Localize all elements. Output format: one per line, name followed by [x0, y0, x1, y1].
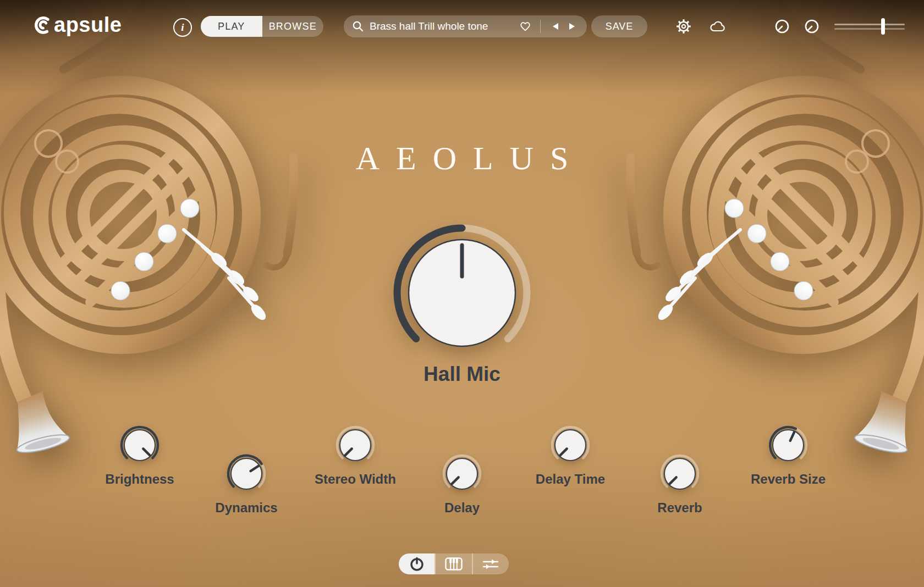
reverb-knob[interactable] [658, 452, 702, 496]
knob-a-icon[interactable] [774, 19, 790, 34]
volume-track-top [834, 24, 905, 25]
reverb-size-label: Reverb Size [722, 472, 854, 487]
tab-browse[interactable]: BROWSE [262, 16, 324, 37]
next-preset-button[interactable] [566, 20, 578, 32]
info-button[interactable]: i [173, 18, 192, 37]
knob-power-icon [409, 556, 425, 572]
prev-preset-button[interactable] [549, 20, 562, 32]
favorite-heart-icon[interactable] [519, 20, 531, 32]
reverb-size-knob[interactable] [766, 423, 810, 467]
french-horn-left-image [0, 0, 317, 470]
sliders-icon [482, 558, 499, 570]
tab-play[interactable]: PLAY [201, 16, 262, 37]
cloud-icon[interactable] [709, 19, 727, 34]
footer-instrument-button[interactable] [399, 553, 435, 574]
brightness-label: Brightness [74, 472, 206, 487]
reverb-label: Reverb [614, 500, 746, 516]
volume-slider[interactable] [834, 15, 905, 37]
preset-search-bar[interactable]: Brass hall Trill whole tone [344, 15, 587, 37]
logo-text: apsule [54, 13, 122, 37]
delay-time-knob[interactable] [548, 423, 592, 467]
plugin-window: apsule i PLAY BROWSE Brass hall Trill wh… [0, 0, 924, 587]
save-label: SAVE [606, 21, 634, 32]
save-button[interactable]: SAVE [591, 15, 647, 37]
info-glyph: i [181, 21, 184, 34]
settings-gear-icon[interactable] [675, 18, 692, 35]
volume-track-bottom [834, 28, 905, 30]
knob-b-icon[interactable] [804, 19, 820, 34]
stereo-width-knob[interactable] [333, 423, 377, 467]
piano-keyboard-icon [445, 557, 463, 571]
view-tabs: PLAY BROWSE [201, 16, 323, 37]
capsule-logo: apsule [33, 13, 122, 37]
footer-view-switcher [399, 553, 509, 574]
hall-mic-label: Hall Mic [0, 363, 924, 386]
capsule-logo-c-icon [33, 15, 53, 35]
hall-mic-knob[interactable] [388, 219, 536, 369]
delay-label: Delay [396, 500, 528, 516]
footer-mixer-button[interactable] [473, 553, 509, 574]
search-divider [540, 20, 541, 33]
french-horn-right-image [607, 0, 924, 470]
preset-name[interactable]: Brass hall Trill whole tone [370, 20, 517, 32]
delay-time-label: Delay Time [504, 472, 636, 487]
volume-handle[interactable] [881, 18, 885, 35]
instrument-title: AEOLUS [0, 140, 924, 178]
delay-knob[interactable] [440, 452, 484, 496]
search-icon [352, 20, 364, 32]
dynamics-knob[interactable] [224, 452, 268, 496]
brightness-knob[interactable] [118, 423, 162, 467]
stereo-width-label: Stereo Width [289, 472, 421, 487]
footer-keyboard-button[interactable] [436, 553, 471, 574]
dynamics-label: Dynamics [180, 500, 312, 516]
